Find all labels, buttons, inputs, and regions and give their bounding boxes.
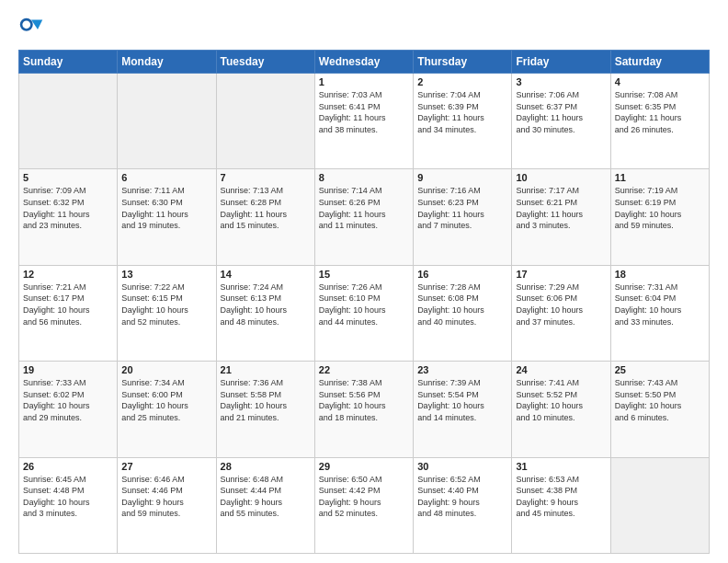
week-row-4: 19Sunrise: 7:33 AM Sunset: 6:02 PM Dayli… <box>19 362 710 457</box>
day-cell-10: 10Sunrise: 7:17 AM Sunset: 6:21 PM Dayli… <box>512 169 610 265</box>
day-cell-18: 18Sunrise: 7:31 AM Sunset: 6:04 PM Dayli… <box>610 265 709 361</box>
day-info: Sunrise: 7:34 AM Sunset: 6:00 PM Dayligh… <box>121 377 211 423</box>
day-info: Sunrise: 7:19 AM Sunset: 6:19 PM Dayligh… <box>615 185 705 231</box>
day-cell-16: 16Sunrise: 7:28 AM Sunset: 6:08 PM Dayli… <box>414 265 512 361</box>
day-cell-3: 3Sunrise: 7:06 AM Sunset: 6:37 PM Daylig… <box>512 74 610 169</box>
day-cell-12: 12Sunrise: 7:21 AM Sunset: 6:17 PM Dayli… <box>19 265 118 361</box>
day-number: 20 <box>121 364 211 375</box>
day-cell-11: 11Sunrise: 7:19 AM Sunset: 6:19 PM Dayli… <box>610 169 709 265</box>
day-cell-19: 19Sunrise: 7:33 AM Sunset: 6:02 PM Dayli… <box>19 362 118 457</box>
day-cell-13: 13Sunrise: 7:22 AM Sunset: 6:15 PM Dayli… <box>118 265 216 361</box>
day-cell-2: 2Sunrise: 7:04 AM Sunset: 6:39 PM Daylig… <box>414 74 512 169</box>
day-number: 6 <box>121 172 211 183</box>
day-info: Sunrise: 7:03 AM Sunset: 6:41 PM Dayligh… <box>319 89 409 135</box>
day-number: 28 <box>221 461 311 472</box>
day-info: Sunrise: 7:33 AM Sunset: 6:02 PM Dayligh… <box>23 377 113 423</box>
day-cell-26: 26Sunrise: 6:45 AM Sunset: 4:48 PM Dayli… <box>19 457 118 553</box>
day-info: Sunrise: 6:46 AM Sunset: 4:46 PM Dayligh… <box>121 474 211 520</box>
day-cell-23: 23Sunrise: 7:39 AM Sunset: 5:54 PM Dayli… <box>414 362 512 457</box>
logo-icon <box>18 17 44 42</box>
day-info: Sunrise: 7:11 AM Sunset: 6:30 PM Dayligh… <box>121 185 211 231</box>
day-info: Sunrise: 6:45 AM Sunset: 4:48 PM Dayligh… <box>23 474 113 520</box>
day-number: 21 <box>221 364 311 375</box>
day-cell-8: 8Sunrise: 7:14 AM Sunset: 6:26 PM Daylig… <box>314 169 413 265</box>
day-info: Sunrise: 7:39 AM Sunset: 5:54 PM Dayligh… <box>417 377 507 423</box>
day-cell-31: 31Sunrise: 6:53 AM Sunset: 4:38 PM Dayli… <box>512 457 610 553</box>
weekday-header-saturday: Saturday <box>610 51 709 74</box>
calendar-table: SundayMondayTuesdayWednesdayThursdayFrid… <box>18 50 710 554</box>
day-cell-20: 20Sunrise: 7:34 AM Sunset: 6:00 PM Dayli… <box>118 362 216 457</box>
weekday-header-sunday: Sunday <box>19 51 118 74</box>
day-number: 24 <box>516 364 606 375</box>
day-info: Sunrise: 7:38 AM Sunset: 5:56 PM Dayligh… <box>319 377 409 423</box>
day-number: 1 <box>319 76 409 87</box>
day-cell-17: 17Sunrise: 7:29 AM Sunset: 6:06 PM Dayli… <box>512 265 610 361</box>
day-number: 12 <box>23 269 113 280</box>
day-number: 23 <box>417 364 507 375</box>
day-info: Sunrise: 7:08 AM Sunset: 6:35 PM Dayligh… <box>615 89 705 135</box>
day-info: Sunrise: 7:04 AM Sunset: 6:39 PM Dayligh… <box>417 89 507 135</box>
day-info: Sunrise: 7:41 AM Sunset: 5:52 PM Dayligh… <box>516 377 606 423</box>
day-cell-29: 29Sunrise: 6:50 AM Sunset: 4:42 PM Dayli… <box>314 457 413 553</box>
day-number: 27 <box>121 461 211 472</box>
day-info: Sunrise: 7:14 AM Sunset: 6:26 PM Dayligh… <box>319 185 409 231</box>
day-cell-1: 1Sunrise: 7:03 AM Sunset: 6:41 PM Daylig… <box>314 74 413 169</box>
logo <box>18 17 48 42</box>
week-row-3: 12Sunrise: 7:21 AM Sunset: 6:17 PM Dayli… <box>19 265 710 361</box>
day-info: Sunrise: 7:29 AM Sunset: 6:06 PM Dayligh… <box>516 282 606 327</box>
day-info: Sunrise: 7:06 AM Sunset: 6:37 PM Dayligh… <box>516 89 606 135</box>
day-number: 10 <box>516 172 606 183</box>
day-info: Sunrise: 7:13 AM Sunset: 6:28 PM Dayligh… <box>221 185 311 231</box>
day-cell-25: 25Sunrise: 7:43 AM Sunset: 5:50 PM Dayli… <box>610 362 709 457</box>
day-info: Sunrise: 7:36 AM Sunset: 5:58 PM Dayligh… <box>221 377 311 423</box>
day-info: Sunrise: 6:48 AM Sunset: 4:44 PM Dayligh… <box>221 474 311 520</box>
day-number: 2 <box>417 76 507 87</box>
day-number: 7 <box>221 172 311 183</box>
day-info: Sunrise: 7:26 AM Sunset: 6:10 PM Dayligh… <box>319 282 409 327</box>
day-info: Sunrise: 7:16 AM Sunset: 6:23 PM Dayligh… <box>417 185 507 231</box>
day-number: 5 <box>23 172 113 183</box>
day-number: 9 <box>417 172 507 183</box>
day-cell-5: 5Sunrise: 7:09 AM Sunset: 6:32 PM Daylig… <box>19 169 118 265</box>
header <box>18 17 710 42</box>
weekday-header-tuesday: Tuesday <box>216 51 314 74</box>
day-cell-15: 15Sunrise: 7:26 AM Sunset: 6:10 PM Dayli… <box>314 265 413 361</box>
day-cell-7: 7Sunrise: 7:13 AM Sunset: 6:28 PM Daylig… <box>216 169 314 265</box>
day-cell-22: 22Sunrise: 7:38 AM Sunset: 5:56 PM Dayli… <box>314 362 413 457</box>
day-number: 17 <box>516 269 606 280</box>
empty-cell <box>216 74 314 169</box>
day-cell-30: 30Sunrise: 6:52 AM Sunset: 4:40 PM Dayli… <box>414 457 512 553</box>
day-number: 16 <box>417 269 507 280</box>
day-number: 29 <box>319 461 409 472</box>
day-info: Sunrise: 7:43 AM Sunset: 5:50 PM Dayligh… <box>615 377 705 423</box>
empty-cell <box>19 74 118 169</box>
svg-marker-2 <box>31 20 42 30</box>
day-cell-27: 27Sunrise: 6:46 AM Sunset: 4:46 PM Dayli… <box>118 457 216 553</box>
page: SundayMondayTuesdayWednesdayThursdayFrid… <box>0 0 728 563</box>
day-number: 18 <box>615 269 705 280</box>
day-number: 22 <box>319 364 409 375</box>
day-cell-4: 4Sunrise: 7:08 AM Sunset: 6:35 PM Daylig… <box>610 74 709 169</box>
day-cell-21: 21Sunrise: 7:36 AM Sunset: 5:58 PM Dayli… <box>216 362 314 457</box>
day-info: Sunrise: 7:31 AM Sunset: 6:04 PM Dayligh… <box>615 282 705 327</box>
day-cell-6: 6Sunrise: 7:11 AM Sunset: 6:30 PM Daylig… <box>118 169 216 265</box>
weekday-header-thursday: Thursday <box>414 51 512 74</box>
day-info: Sunrise: 6:53 AM Sunset: 4:38 PM Dayligh… <box>516 474 606 520</box>
day-number: 31 <box>516 461 606 472</box>
weekday-header-row: SundayMondayTuesdayWednesdayThursdayFrid… <box>19 51 710 74</box>
day-cell-24: 24Sunrise: 7:41 AM Sunset: 5:52 PM Dayli… <box>512 362 610 457</box>
empty-cell <box>118 74 216 169</box>
week-row-5: 26Sunrise: 6:45 AM Sunset: 4:48 PM Dayli… <box>19 457 710 553</box>
day-cell-14: 14Sunrise: 7:24 AM Sunset: 6:13 PM Dayli… <box>216 265 314 361</box>
day-number: 8 <box>319 172 409 183</box>
day-number: 11 <box>615 172 705 183</box>
weekday-header-wednesday: Wednesday <box>314 51 413 74</box>
day-info: Sunrise: 7:28 AM Sunset: 6:08 PM Dayligh… <box>417 282 507 327</box>
day-info: Sunrise: 6:50 AM Sunset: 4:42 PM Dayligh… <box>319 474 409 520</box>
day-info: Sunrise: 7:22 AM Sunset: 6:15 PM Dayligh… <box>121 282 211 327</box>
day-number: 13 <box>121 269 211 280</box>
day-cell-9: 9Sunrise: 7:16 AM Sunset: 6:23 PM Daylig… <box>414 169 512 265</box>
day-number: 19 <box>23 364 113 375</box>
day-number: 15 <box>319 269 409 280</box>
week-row-1: 1Sunrise: 7:03 AM Sunset: 6:41 PM Daylig… <box>19 74 710 169</box>
